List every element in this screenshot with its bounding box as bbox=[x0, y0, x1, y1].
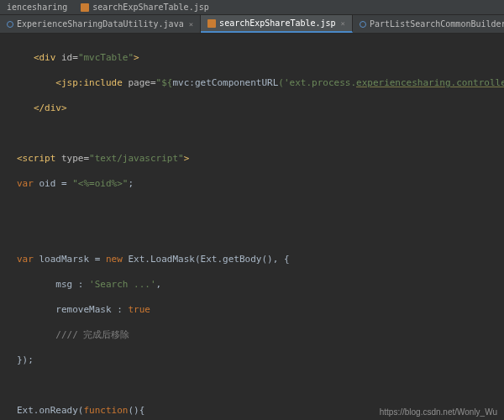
tab-partlist-search-common-builder[interactable]: PartListSearchCommonBuilder.java × bbox=[353, 15, 504, 33]
java-file-icon bbox=[7, 21, 13, 28]
tab-label: searchExpShareTable.jsp bbox=[219, 18, 335, 28]
code-editor[interactable]: <div id="mvcTable"> <jsp:include page="$… bbox=[0, 34, 504, 420]
java-file-icon bbox=[360, 21, 366, 28]
editor-tab-bar: ExperienceSharingDataUtility.java × sear… bbox=[0, 15, 504, 34]
tab-label: ExperienceSharingDataUtility.java bbox=[17, 19, 184, 29]
close-icon[interactable]: × bbox=[341, 19, 345, 28]
jsp-file-icon bbox=[81, 3, 89, 12]
tab-label: PartListSearchCommonBuilder.java bbox=[370, 19, 504, 29]
watermark: https://blog.csdn.net/Wonly_Wu bbox=[380, 407, 497, 417]
tab-experience-sharing-data-utility[interactable]: ExperienceSharingDataUtility.java × bbox=[0, 15, 201, 33]
tab-search-exp-share-table[interactable]: searchExpShareTable.jsp × bbox=[201, 15, 353, 33]
breadcrumb-segment[interactable]: iencesharing bbox=[0, 1, 74, 13]
breadcrumb-bar: iencesharing searchExpShareTable.jsp bbox=[0, 0, 504, 15]
jsp-file-icon bbox=[207, 19, 216, 28]
close-icon[interactable]: × bbox=[189, 20, 193, 29]
breadcrumb-current[interactable]: searchExpShareTable.jsp bbox=[74, 1, 215, 13]
